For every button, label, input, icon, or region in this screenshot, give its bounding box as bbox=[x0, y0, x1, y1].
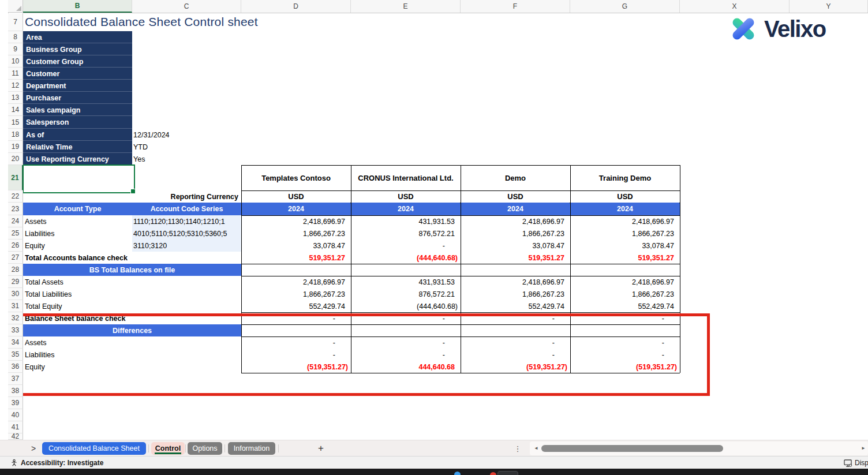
row-header-27[interactable]: 27 bbox=[8, 252, 23, 264]
row-header-11[interactable]: 11 bbox=[8, 68, 23, 80]
value-cell[interactable]: 431,931.53 bbox=[351, 276, 460, 288]
value-cell[interactable]: 876,572.21 bbox=[351, 288, 460, 300]
account-codes-cell[interactable]: 1110;1120;1130;1140;1210;1 bbox=[133, 215, 241, 227]
bs-total-row-label[interactable]: Total Liabilities bbox=[25, 288, 238, 300]
select-all-corner[interactable] bbox=[8, 0, 23, 13]
row-header-40[interactable]: 40 bbox=[8, 409, 23, 421]
value-cell[interactable]: 1,866,267.23 bbox=[570, 227, 679, 240]
row-header-28[interactable]: 28 bbox=[8, 264, 23, 276]
taskbar-app-icon-blue[interactable] bbox=[454, 472, 461, 475]
column-header-C[interactable]: C bbox=[132, 0, 241, 13]
value-cell[interactable]: 552,429.74 bbox=[570, 300, 679, 312]
row-header-36[interactable]: 36 bbox=[8, 361, 23, 373]
sheet-title-cell[interactable]: Consolidated Balance Sheet Control sheet bbox=[25, 15, 258, 29]
column-header-B[interactable]: B bbox=[23, 0, 132, 13]
parameter-label-cell[interactable]: Use Reporting Currency bbox=[23, 153, 132, 165]
row-header-31[interactable]: 31 bbox=[8, 300, 23, 312]
value-cell[interactable]: 876,572.21 bbox=[351, 227, 460, 240]
filter-label-cell[interactable]: Business Group bbox=[23, 43, 132, 55]
account-type-header[interactable]: Account Type bbox=[23, 203, 132, 215]
row-header-29[interactable]: 29 bbox=[8, 276, 23, 288]
row-header-18[interactable]: 18 bbox=[8, 129, 23, 141]
value-cell[interactable]: 2,418,696.97 bbox=[570, 215, 679, 227]
parameter-value-cell[interactable]: Yes bbox=[133, 153, 241, 165]
scroll-left-arrow[interactable]: ◄ bbox=[534, 446, 538, 451]
selection-fill-handle[interactable] bbox=[130, 189, 136, 194]
row-header-42[interactable]: 42 bbox=[8, 433, 23, 440]
sheet-tab-control[interactable]: Control bbox=[151, 442, 185, 455]
value-cell[interactable]: 1,866,267.23 bbox=[461, 227, 570, 240]
parameter-label-cell[interactable]: As of bbox=[23, 129, 132, 141]
row-header-32[interactable]: 32 bbox=[8, 312, 23, 324]
sheet-tab-information[interactable]: Information bbox=[228, 442, 275, 455]
value-cell[interactable]: 2,418,696.97 bbox=[241, 276, 350, 288]
year-header-cell[interactable]: 2024 bbox=[571, 203, 679, 215]
company-header-cell[interactable]: Templates Contoso bbox=[241, 165, 351, 190]
company-header-cell[interactable]: Training Demo bbox=[570, 165, 680, 190]
row-header-26[interactable]: 26 bbox=[8, 240, 23, 252]
selected-cell-outline[interactable] bbox=[23, 164, 135, 193]
column-header-G[interactable]: G bbox=[570, 0, 680, 13]
accessibility-status[interactable]: Accessibility: Investigate bbox=[10, 459, 103, 467]
sheet-tab-options[interactable]: Options bbox=[188, 442, 222, 455]
taskbar-button[interactable] bbox=[497, 471, 518, 475]
bs-total-row-label[interactable]: Total Equity bbox=[25, 300, 238, 312]
value-cell[interactable]: 519,351.27 bbox=[461, 252, 570, 264]
row-header-38[interactable]: 38 bbox=[8, 385, 23, 397]
row-header-33[interactable]: 33 bbox=[8, 324, 23, 336]
row-header-39[interactable]: 39 bbox=[8, 397, 23, 409]
value-cell[interactable]: 552,429.74 bbox=[241, 300, 350, 312]
scroll-right-arrow[interactable]: ► bbox=[861, 446, 866, 451]
row-header-15[interactable]: 15 bbox=[8, 116, 23, 129]
filter-label-cell[interactable]: Purchaser bbox=[23, 92, 132, 104]
year-header-cell[interactable]: 2024 bbox=[461, 203, 570, 215]
taskbar-app-icon-red[interactable] bbox=[490, 472, 496, 475]
value-cell[interactable]: 519,351.27 bbox=[570, 252, 679, 264]
filter-label-cell[interactable]: Salesperson bbox=[23, 116, 132, 129]
filter-label-cell[interactable]: Sales campaign bbox=[23, 104, 132, 116]
filter-label-cell[interactable]: Department bbox=[23, 80, 132, 92]
value-cell[interactable]: - bbox=[351, 240, 460, 252]
value-cell[interactable]: 33,078.47 bbox=[241, 240, 350, 252]
currency-cell[interactable]: USD bbox=[570, 190, 680, 203]
row-header-7[interactable]: 7 bbox=[8, 13, 23, 31]
column-header-E[interactable]: E bbox=[351, 0, 461, 13]
currency-cell[interactable]: USD bbox=[461, 190, 570, 203]
value-cell[interactable]: 2,418,696.97 bbox=[461, 276, 570, 288]
value-cell[interactable]: 2,418,696.97 bbox=[241, 215, 350, 227]
value-cell[interactable]: 33,078.47 bbox=[461, 240, 570, 252]
reporting-currency-label[interactable]: Reporting Currency bbox=[132, 190, 238, 203]
row-header-9[interactable]: 9 bbox=[8, 43, 23, 55]
row-header-12[interactable]: 12 bbox=[8, 80, 23, 92]
parameter-label-cell[interactable]: Relative Time bbox=[23, 141, 132, 153]
company-header-cell[interactable]: CRONUS International Ltd. bbox=[351, 165, 461, 190]
row-header-10[interactable]: 10 bbox=[8, 55, 23, 68]
value-cell[interactable]: 2,418,696.97 bbox=[461, 215, 570, 227]
value-cell[interactable]: 431,931.53 bbox=[351, 215, 460, 227]
tab-scroll-next-button[interactable]: > bbox=[28, 443, 39, 454]
value-cell[interactable]: (444,640.68) bbox=[351, 300, 460, 312]
parameter-value-cell[interactable]: YTD bbox=[133, 141, 241, 153]
row-header-41[interactable]: 41 bbox=[8, 421, 23, 433]
horizontal-scrollbar-thumb[interactable] bbox=[541, 445, 723, 452]
row-header-25[interactable]: 25 bbox=[8, 227, 23, 240]
sheet-tab-consolidated-balance-sheet[interactable]: Consolidated Balance Sheet bbox=[42, 442, 146, 455]
company-header-cell[interactable]: Demo bbox=[461, 165, 570, 190]
column-header-D[interactable]: D bbox=[241, 0, 351, 13]
account-codes-cell[interactable]: 4010;5110;5120;5310;5360;5 bbox=[133, 227, 241, 240]
column-header-Y[interactable]: Y bbox=[790, 0, 868, 13]
row-header-22[interactable]: 22 bbox=[8, 190, 23, 203]
row-header-21[interactable]: 21 bbox=[8, 165, 23, 190]
row-header-8[interactable]: 8 bbox=[8, 31, 23, 43]
filter-label-cell[interactable]: Area bbox=[23, 31, 132, 43]
value-cell[interactable]: 1,866,267.23 bbox=[461, 288, 570, 300]
column-header-F[interactable]: F bbox=[461, 0, 570, 13]
account-code-series-header[interactable]: Account Code Series bbox=[132, 203, 241, 215]
value-cell[interactable]: 1,866,267.23 bbox=[570, 288, 679, 300]
row-header-13[interactable]: 13 bbox=[8, 92, 23, 104]
currency-cell[interactable]: USD bbox=[241, 190, 351, 203]
total-accounts-check-label[interactable]: Total Accounts balance check bbox=[25, 252, 238, 264]
column-header-X[interactable]: X bbox=[680, 0, 790, 13]
row-header-37[interactable]: 37 bbox=[8, 373, 23, 385]
row-header-30[interactable]: 30 bbox=[8, 288, 23, 300]
